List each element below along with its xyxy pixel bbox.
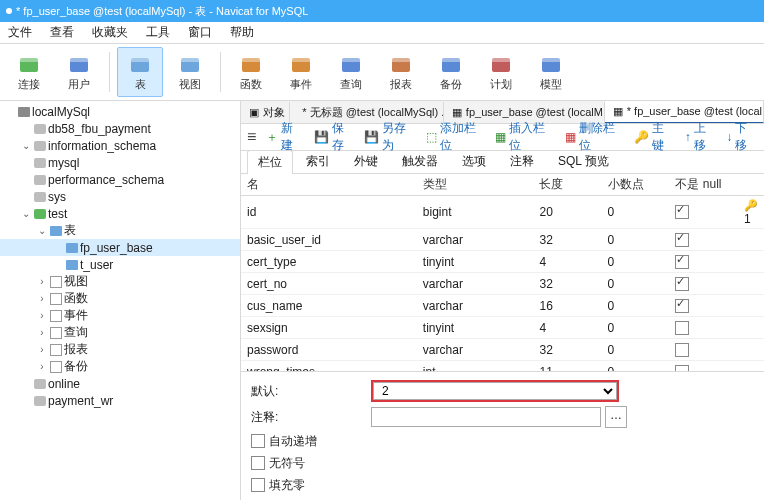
notnull-checkbox[interactable] — [675, 299, 689, 313]
tree-db58_fbu_payment[interactable]: db58_fbu_payment — [0, 120, 240, 137]
toolbar-backup-button[interactable]: 备份 — [428, 47, 474, 97]
cell-len[interactable]: 32 — [533, 273, 601, 295]
cell-len[interactable]: 32 — [533, 339, 601, 361]
cell-nn[interactable] — [669, 361, 738, 372]
notnull-checkbox[interactable] — [675, 233, 689, 247]
move-up-button[interactable]: ↑ 上移 — [685, 120, 717, 154]
col-header-name[interactable]: 名 — [241, 174, 417, 196]
column-row[interactable]: sexsigntinyint40 — [241, 317, 764, 339]
menu-文件[interactable]: 文件 — [4, 22, 36, 43]
toolbar-user-button[interactable]: 用户 — [56, 47, 102, 97]
comment-more-button[interactable]: … — [605, 406, 627, 428]
tree-函数[interactable]: ›函数 — [0, 290, 240, 307]
tree-查询[interactable]: ›查询 — [0, 324, 240, 341]
tree-表[interactable]: ⌄表 — [0, 222, 240, 239]
cell-name[interactable]: wrong_times — [241, 361, 417, 372]
move-down-button[interactable]: ↓ 下移 — [726, 120, 758, 154]
cell-name[interactable]: cert_no — [241, 273, 417, 295]
cell-dec[interactable]: 0 — [602, 273, 670, 295]
tree-t_user[interactable]: t_user — [0, 256, 240, 273]
subtab-索引[interactable]: 索引 — [295, 149, 341, 173]
cell-nn[interactable] — [669, 317, 738, 339]
cell-dec[interactable]: 0 — [602, 295, 670, 317]
notnull-checkbox[interactable] — [675, 343, 689, 357]
zerofill-checkbox[interactable] — [251, 478, 265, 492]
toolbar-connect-button[interactable]: 连接 — [6, 47, 52, 97]
cell-nn[interactable] — [669, 196, 738, 229]
toolbar-event-button[interactable]: 事件 — [278, 47, 324, 97]
col-header-type[interactable]: 类型 — [417, 174, 534, 196]
column-row[interactable]: idbigint200🔑 1 — [241, 196, 764, 229]
cell-nn[interactable] — [669, 295, 738, 317]
toolbar-query-button[interactable]: 查询 — [328, 47, 374, 97]
toolbar-schedule-button[interactable]: 计划 — [478, 47, 524, 97]
tree-备份[interactable]: ›备份 — [0, 358, 240, 375]
subtab-选项[interactable]: 选项 — [451, 149, 497, 173]
twisty-icon[interactable]: › — [36, 327, 48, 338]
twisty-icon[interactable]: ⌄ — [36, 225, 48, 236]
cell-name[interactable]: cus_name — [241, 295, 417, 317]
column-row[interactable]: basic_user_idvarchar320 — [241, 229, 764, 251]
cell-type[interactable]: tinyint — [417, 317, 534, 339]
tree-information_schema[interactable]: ⌄information_schema — [0, 137, 240, 154]
column-row[interactable]: passwordvarchar320 — [241, 339, 764, 361]
cell-dec[interactable]: 0 — [602, 196, 670, 229]
cell-nn[interactable] — [669, 251, 738, 273]
cell-dec[interactable]: 0 — [602, 361, 670, 372]
column-row[interactable]: cert_novarchar320 — [241, 273, 764, 295]
twisty-icon[interactable]: › — [36, 310, 48, 321]
cell-nn[interactable] — [669, 229, 738, 251]
cell-dec[interactable]: 0 — [602, 229, 670, 251]
tree-sys[interactable]: sys — [0, 188, 240, 205]
col-header-dec[interactable]: 小数点 — [602, 174, 670, 196]
cell-type[interactable]: varchar — [417, 273, 534, 295]
subtab-SQL 预览[interactable]: SQL 预览 — [547, 149, 620, 173]
subtab-触发器[interactable]: 触发器 — [391, 149, 449, 173]
cell-len[interactable]: 11 — [533, 361, 601, 372]
column-row[interactable]: wrong_timesint110 — [241, 361, 764, 372]
cell-dec[interactable]: 0 — [602, 251, 670, 273]
toolbar-table-button[interactable]: 表 — [117, 47, 163, 97]
cell-type[interactable]: bigint — [417, 196, 534, 229]
cell-type[interactable]: int — [417, 361, 534, 372]
comment-input[interactable] — [371, 407, 601, 427]
tree-test[interactable]: ⌄test — [0, 205, 240, 222]
cell-name[interactable]: id — [241, 196, 417, 229]
tree-fp_user_base[interactable]: fp_user_base — [0, 239, 240, 256]
cell-name[interactable]: password — [241, 339, 417, 361]
tree-事件[interactable]: ›事件 — [0, 307, 240, 324]
autoinc-checkbox[interactable] — [251, 434, 265, 448]
tree-performance_schema[interactable]: performance_schema — [0, 171, 240, 188]
tree-localMySql[interactable]: localMySql — [0, 103, 240, 120]
primary-key-button[interactable]: 🔑主键 — [634, 120, 674, 154]
cell-name[interactable]: sexsign — [241, 317, 417, 339]
twisty-icon[interactable]: › — [36, 293, 48, 304]
notnull-checkbox[interactable] — [675, 321, 689, 335]
column-row[interactable]: cert_typetinyint40 — [241, 251, 764, 273]
tree-报表[interactable]: ›报表 — [0, 341, 240, 358]
cell-type[interactable]: varchar — [417, 295, 534, 317]
cell-name[interactable]: basic_user_id — [241, 229, 417, 251]
cell-nn[interactable] — [669, 273, 738, 295]
cell-len[interactable]: 32 — [533, 229, 601, 251]
connection-tree[interactable]: localMySqldb58_fbu_payment⌄information_s… — [0, 101, 241, 500]
column-row[interactable]: cus_namevarchar160 — [241, 295, 764, 317]
columns-grid[interactable]: 名 类型 长度 小数点 不是 null idbigint200🔑 1basic_… — [241, 174, 764, 371]
notnull-checkbox[interactable] — [675, 277, 689, 291]
tree-payment_wr[interactable]: payment_wr — [0, 392, 240, 409]
notnull-checkbox[interactable] — [675, 255, 689, 269]
cell-len[interactable]: 20 — [533, 196, 601, 229]
toolbar-report-button[interactable]: 报表 — [378, 47, 424, 97]
col-header-len[interactable]: 长度 — [533, 174, 601, 196]
notnull-checkbox[interactable] — [675, 365, 689, 371]
tree-视图[interactable]: ›视图 — [0, 273, 240, 290]
default-select[interactable]: 2 — [373, 382, 617, 400]
unsigned-checkbox[interactable] — [251, 456, 265, 470]
twisty-icon[interactable]: › — [36, 276, 48, 287]
toolbar-view-button[interactable]: 视图 — [167, 47, 213, 97]
cell-type[interactable]: varchar — [417, 339, 534, 361]
subtab-栏位[interactable]: 栏位 — [247, 150, 293, 174]
menu-帮助[interactable]: 帮助 — [226, 22, 258, 43]
cell-type[interactable]: varchar — [417, 229, 534, 251]
tree-mysql[interactable]: mysql — [0, 154, 240, 171]
